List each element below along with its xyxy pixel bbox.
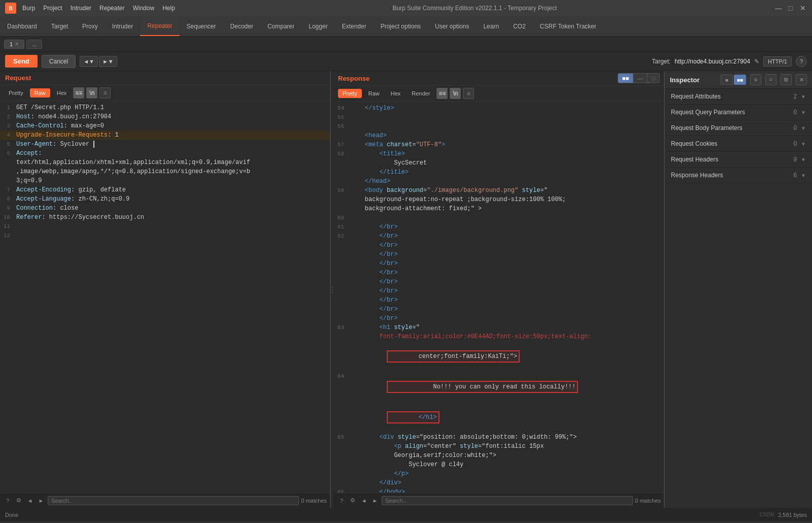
nav-tab-csrf[interactable]: CSRF Token Tracker [533,16,603,36]
response-search-prev-icon[interactable]: ◄ [359,496,368,505]
menu-project[interactable]: Project [43,5,62,12]
resp-line-63b: center;font-family:KaiTi;"> [334,341,664,372]
request-line-4: 4 Upgrade-Insecure-Requests: 1 [0,130,330,140]
request-format-wrap-icon[interactable]: ≡≡ [73,87,84,99]
history-prev-button[interactable]: ◄▼ [80,56,98,67]
resp-line-58c: </head> [334,177,664,186]
nav-tab-project-options[interactable]: Project options [374,16,428,36]
response-format-render[interactable]: Render [407,89,434,98]
nav-tab-comparer[interactable]: Comparer [260,16,301,36]
response-format-menu-icon[interactable]: ≡ [463,88,474,99]
menu-burp[interactable]: Burp [22,5,35,12]
help-button[interactable]: ? [796,56,807,67]
close-icon[interactable]: ✕ [15,41,19,47]
resp-line-63: 63 <h1 style=" [334,323,664,332]
resp-line-br5: </br> [334,277,664,286]
response-search-input[interactable] [382,496,633,505]
inspector-response-headers[interactable]: Response Headers 6 ▼ [665,168,812,183]
inspector-view-dual[interactable]: ■■ [734,75,746,85]
edit-icon[interactable]: ✎ [754,58,759,65]
response-view-split[interactable]: ■■ [618,74,633,83]
repeater-tab-1[interactable]: 1 ✕ [4,40,24,49]
send-button[interactable]: Send [5,55,38,68]
status-done: Done [5,512,18,518]
response-help-icon[interactable]: ? [337,496,346,505]
request-search-input[interactable] [48,496,299,505]
inspector-settings-icon[interactable]: ⚙ [781,74,792,85]
nav-tab-user-options[interactable]: User options [428,16,476,36]
request-search-matches: 0 matches [301,498,327,504]
resp-line-65d: </p> [334,469,664,478]
resp-line-br1: </br> [334,241,664,250]
nav-tabs: Dashboard Target Proxy Intruder Repeater… [0,16,812,37]
menu-window[interactable]: Window [132,5,154,12]
nav-tab-dashboard[interactable]: Dashboard [0,16,44,36]
resp-line-60: 60 [334,213,664,222]
request-format-hex[interactable]: Hex [52,88,72,97]
resp-line-58: 58 <title> [334,149,664,158]
nav-tab-logger[interactable]: Logger [301,16,334,36]
response-format-newline-icon[interactable]: \n [450,88,461,99]
response-format-wrap-icon[interactable]: ≡≡ [436,88,448,99]
request-help-icon[interactable]: ? [3,496,12,505]
nav-tab-learn[interactable]: Learn [476,16,506,36]
inspector-close-icon[interactable]: ✕ [796,74,807,85]
nav-tab-decoder[interactable]: Decoder [223,16,260,36]
nav-tab-co2[interactable]: CO2 [506,16,533,36]
request-search-next-icon[interactable]: ► [37,496,46,505]
request-format-newline-icon[interactable]: \n [86,87,97,99]
request-format-menu-icon[interactable]: ≡ [99,87,111,99]
inspector-panel: Inspector ■ ■■ ≡ = ⚙ ✕ Request Attribute… [665,71,812,508]
request-line-10: 10 Referer: https://Sycsecret.buuoj.cn [0,213,330,222]
chevron-down-icon: ▼ [801,157,806,162]
repeater-tab-dots[interactable]: ... [26,40,42,49]
close-button[interactable]: ✕ [799,4,807,12]
inspector-sort-icon[interactable]: ≡ [750,74,761,85]
inspector-request-attributes[interactable]: Request Attributes 2 ▼ [665,89,812,105]
menu-intruder[interactable]: Intruder [71,5,91,12]
request-format-raw[interactable]: Raw [30,88,50,97]
response-view-single[interactable]: □ [648,74,659,83]
request-line-2: 2 Host: node4.buuoj.cn:27904 [0,112,330,121]
inspector-cookies[interactable]: Request Cookies 0 ▼ [665,136,812,152]
cancel-button[interactable]: Cancel [42,55,76,68]
inspector-view-toggle: ■ ■■ [721,75,746,85]
history-next-button[interactable]: ►▼ [99,56,117,67]
nav-tab-target[interactable]: Target [44,16,75,36]
request-line-8: 8 Accept-Language: zh-CN,zh;q=0.9 [0,194,330,204]
inspector-eq-icon[interactable]: = [765,74,776,85]
nav-tab-repeater[interactable]: Repeater [140,16,179,36]
nav-tab-sequencer[interactable]: Sequencer [180,16,223,36]
maximize-button[interactable]: □ [787,4,795,12]
http-version-button[interactable]: HTTP/1 [763,56,792,67]
resp-line-br6: </br> [334,286,664,296]
toolbar: Send Cancel ◄▼ ►▼ Target: http://node4.b… [0,52,812,71]
response-code-area[interactable]: 54 </style> 55 56 <head> 57 <meta charse… [334,102,664,493]
resp-line-br8: </br> [334,305,664,314]
menu-help[interactable]: Help [162,5,175,12]
nav-tab-proxy[interactable]: Proxy [75,16,105,36]
title-bar-menu: Burp Project Intruder Repeater Window He… [22,5,175,12]
request-format-pretty[interactable]: Pretty [4,88,28,97]
response-search-settings-icon[interactable]: ⚙ [348,496,357,505]
nav-tab-extender[interactable]: Extender [335,16,374,36]
inspector-view-single[interactable]: ■ [721,75,733,85]
resp-line-59a: background-repeat:no-repeat ;background-… [334,195,664,204]
request-code-area[interactable]: 1 GET /Secret.php HTTP/1.1 2 Host: node4… [0,101,330,493]
response-format-pretty[interactable]: Pretty [338,89,362,98]
response-format-raw[interactable]: Raw [364,89,384,98]
inspector-body-params[interactable]: Request Body Parameters 0 ▼ [665,120,812,136]
response-search-next-icon[interactable]: ► [370,496,380,505]
menu-repeater[interactable]: Repeater [99,5,124,12]
inspector-request-headers[interactable]: Request Headers 9 ▼ [665,152,812,168]
inspector-query-params[interactable]: Request Query Parameters 0 ▼ [665,105,812,120]
response-format-hex[interactable]: Hex [386,89,405,98]
target-label: Target: [652,58,671,65]
response-view-horizontal[interactable]: — [633,74,648,83]
request-line-6b: ,image/webp,image/apng,*/*;q=0.8,applica… [0,167,330,176]
nav-tab-intruder[interactable]: Intruder [105,16,140,36]
request-search-settings-icon[interactable]: ⚙ [14,496,23,505]
minimize-button[interactable]: — [774,4,783,12]
request-search-prev-icon[interactable]: ◄ [25,496,35,505]
byte-count: 2,581 bytes [778,512,807,518]
